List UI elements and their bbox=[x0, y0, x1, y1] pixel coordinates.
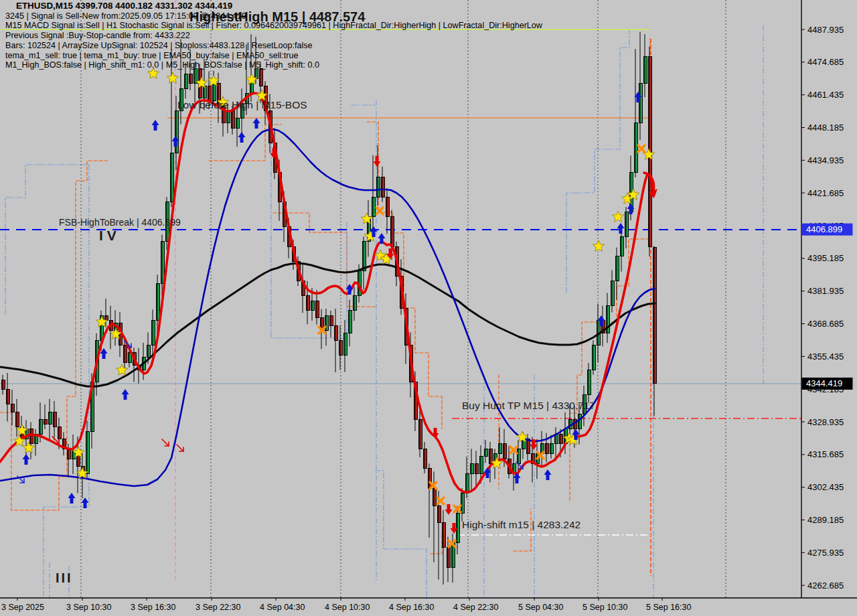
price-axis[interactable] bbox=[801, 0, 857, 598]
chart-window: 4487.9354474.6854461.4354448.1854434.935… bbox=[0, 0, 857, 616]
chart-plot-area[interactable] bbox=[0, 0, 801, 598]
time-axis[interactable] bbox=[0, 598, 857, 616]
